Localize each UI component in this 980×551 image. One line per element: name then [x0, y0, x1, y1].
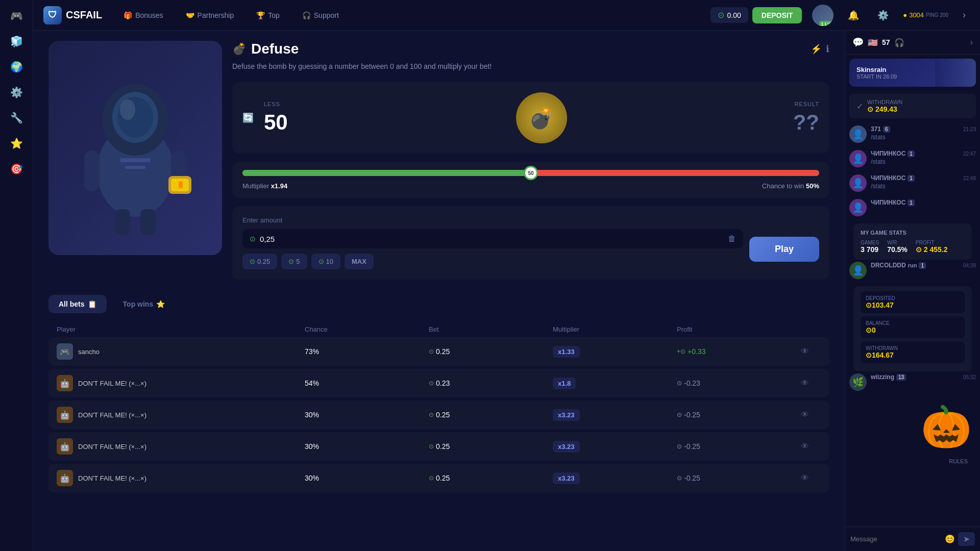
stat-games: GAMES 3 709: [861, 240, 879, 254]
sidebar-icon-7[interactable]: 🎯: [6, 158, 27, 180]
player-avatar: 🤖: [57, 438, 73, 455]
table-header: Player Chance Bet Multiplier Profit: [48, 321, 829, 337]
withdrawn-amount: ⊙ 249.43: [867, 105, 902, 113]
view-button[interactable]: 👁: [801, 379, 821, 388]
quick-bet-row: ⊙ 0.25 ⊙ 5 ⊙ 10: [242, 254, 743, 269]
chat-message: /stats: [871, 183, 976, 190]
chat-avatar: 👤: [849, 150, 867, 167]
sidebar-icon-5[interactable]: 🔧: [6, 107, 27, 129]
svg-rect-12: [120, 158, 151, 162]
nav-bonuses[interactable]: 🎁 Bonuses: [117, 8, 169, 22]
player-cell: 🤖 DON'T FAIL ME! (×...×): [57, 375, 305, 391]
bet-input[interactable]: [260, 235, 724, 243]
sidebar-icon-4[interactable]: ⚙️: [6, 82, 27, 103]
tabs-row: All bets 📋 Top wins ⭐: [48, 295, 829, 313]
player-cell: 🎮 sancho: [57, 343, 305, 360]
title-icons: ⚡ ℹ: [811, 43, 829, 55]
balance-amount: 0.00: [727, 11, 741, 19]
sidebar-chat-header: 💬 🇺🇸 57 🎧 ›: [845, 31, 980, 55]
bet-value: ⊙0.25: [429, 442, 553, 450]
svg-rect-10: [179, 181, 183, 188]
emoji-button[interactable]: 😊: [945, 534, 955, 544]
play-button[interactable]: Play: [749, 237, 819, 262]
rules-link[interactable]: RULES: [849, 456, 976, 466]
info-icon[interactable]: ℹ: [826, 43, 829, 55]
sidebar-icon-3[interactable]: 🌍: [6, 56, 27, 78]
bet-input-wrap: ⊙ 🗑: [242, 229, 743, 248]
game-title-icon: 💣: [232, 42, 246, 56]
withdrawn-label2: WITHDRAWN: [866, 345, 960, 351]
multiplier-label: Multiplier x1.94: [242, 182, 287, 190]
message-input[interactable]: [850, 535, 942, 543]
quick-bet-0-25[interactable]: ⊙ 0.25: [242, 254, 277, 269]
slider-track[interactable]: 50: [242, 170, 819, 176]
svg-rect-4: [84, 151, 100, 191]
chat-badge: 1: [908, 175, 915, 182]
settings-button[interactable]: ⚙️: [873, 8, 893, 23]
less-label: LESS: [264, 101, 449, 107]
view-button[interactable]: 👁: [801, 473, 821, 483]
sidebar-icon-1[interactable]: 🎮: [6, 5, 27, 27]
chat-username: ЧИПИНКОС: [871, 174, 905, 182]
clear-button[interactable]: 🗑: [728, 234, 736, 243]
user-avatar[interactable]: 1 LVL: [812, 5, 834, 26]
chat-badge: 1: [919, 262, 926, 269]
notification-button[interactable]: 🔔: [844, 8, 863, 23]
multiplier-badge: x3.23: [553, 441, 677, 453]
chat-item: 👤 ЧИПИНКОС 1 22:48 /stats: [849, 174, 976, 192]
balance-display: ⊙ 0.00: [710, 7, 748, 23]
quick-coin-icon-2: ⊙: [288, 258, 294, 265]
view-button[interactable]: 👁: [801, 442, 821, 451]
chat-time: 22:48: [963, 176, 976, 181]
user-stat-row-3: WITHDRAWN ⊙164.67: [861, 341, 965, 363]
game-title-row: 💣 Defuse ⚡ ℹ: [232, 41, 829, 57]
run-badge: run: [908, 262, 917, 268]
expand-nav-button[interactable]: ›: [959, 8, 970, 22]
chat-item: 👤 DRCOLDDD run 1 04:39: [849, 262, 976, 279]
nav-support[interactable]: 🎧 Support: [296, 8, 345, 22]
table-row: 🤖 DON'T FAIL ME! (×...×) 30% ⊙0.25 x3.23…: [48, 400, 829, 429]
player-name: DON'T FAIL ME! (×...×): [78, 411, 146, 419]
banner-title: Skinsrain: [856, 66, 897, 73]
send-button[interactable]: ➤: [958, 532, 975, 546]
max-button[interactable]: MAX: [345, 254, 374, 269]
quick-bet-5[interactable]: ⊙ 5: [281, 254, 307, 269]
sidebar-icon-2[interactable]: 🧊: [6, 31, 27, 52]
bet-row: ⊙ 🗑 ⊙ 0.25: [242, 229, 819, 269]
chat-message: /stats: [871, 134, 976, 141]
deposited-value: ⊙103.47: [866, 301, 960, 309]
svg-point-11: [120, 99, 135, 120]
game-title: Defuse: [251, 41, 299, 57]
refresh-button[interactable]: 🔄: [242, 112, 254, 123]
banner-area[interactable]: Skinsrain START IN 26:09: [849, 59, 976, 87]
tab-top-wins[interactable]: Top wins ⭐: [113, 295, 176, 313]
chance-value: 54%: [305, 379, 429, 387]
user-stat-row-2: BALANCE ⊙0: [861, 316, 965, 338]
lightning-icon[interactable]: ⚡: [811, 43, 822, 55]
view-button[interactable]: 👁: [801, 410, 821, 419]
points-display: ● 3004 PING 200: [903, 11, 948, 19]
chat-item: 👤 ЧИПИНКОС 1: [849, 199, 976, 216]
quick-bet-10[interactable]: ⊙ 10: [311, 254, 340, 269]
nav-partnership[interactable]: 🤝 Partnership: [180, 8, 240, 22]
view-button[interactable]: 👁: [801, 347, 821, 356]
logo[interactable]: 🛡 CSFAIL: [43, 6, 102, 24]
slider-thumb[interactable]: 50: [524, 166, 538, 180]
result-label: RESULT: [634, 101, 819, 107]
stats-row: GAMES 3 709 W/R 70.5% PROFIT ⊙ 2 455.2: [861, 240, 965, 254]
left-sidebar: 🎮 🧊 🌍 ⚙️ 🔧 ⭐ 🎯: [0, 0, 33, 551]
tab-all-bets[interactable]: All bets 📋: [48, 295, 107, 313]
headphones-icon[interactable]: 🎧: [894, 38, 904, 47]
slider-info: Multiplier x1.94 Chance to win 50%: [242, 182, 819, 190]
chance-value: 30%: [305, 474, 429, 482]
slider-panel: 50 Multiplier x1.94 Chance to win 50%: [232, 162, 829, 198]
balance-label: BALANCE: [866, 320, 960, 326]
bonuses-icon: 🎁: [124, 11, 132, 19]
deposit-button[interactable]: DEPOSIT: [752, 7, 802, 23]
chat-icon[interactable]: 💬: [852, 37, 864, 48]
sidebar-icon-6[interactable]: ⭐: [6, 133, 27, 154]
expand-sidebar-button[interactable]: ›: [970, 38, 973, 47]
chat-badge: 13: [896, 374, 906, 381]
nav-top[interactable]: 🏆 Top: [250, 8, 286, 22]
game-panel: 💣 Defuse ⚡ ℹ Defuse the bomb by guessing…: [48, 41, 829, 280]
